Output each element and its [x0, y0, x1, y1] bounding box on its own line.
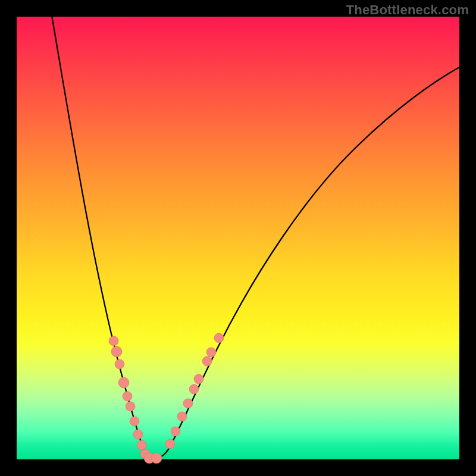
data-point: [137, 440, 146, 450]
data-point: [133, 430, 143, 439]
watermark-text: TheBottleneck.com: [346, 2, 469, 18]
data-point: [151, 453, 162, 464]
data-point: [214, 333, 224, 343]
data-point: [111, 346, 122, 357]
data-point: [183, 399, 193, 408]
data-point: [165, 439, 175, 449]
data-point: [171, 427, 180, 436]
data-point: [130, 416, 139, 426]
plot-area: [17, 17, 459, 459]
data-point: [126, 402, 135, 411]
curve-left-branch: [51, 12, 150, 458]
data-point: [177, 412, 187, 421]
data-point: [115, 359, 124, 369]
chart-frame: TheBottleneck.com: [0, 0, 476, 476]
data-point: [202, 356, 212, 366]
data-point: [194, 374, 203, 384]
curve-right-branch: [155, 67, 461, 458]
data-point: [118, 377, 129, 388]
data-point: [109, 336, 118, 346]
data-point: [206, 347, 216, 357]
curve-layer: [17, 17, 459, 459]
data-point: [123, 392, 132, 401]
data-point: [189, 384, 199, 394]
